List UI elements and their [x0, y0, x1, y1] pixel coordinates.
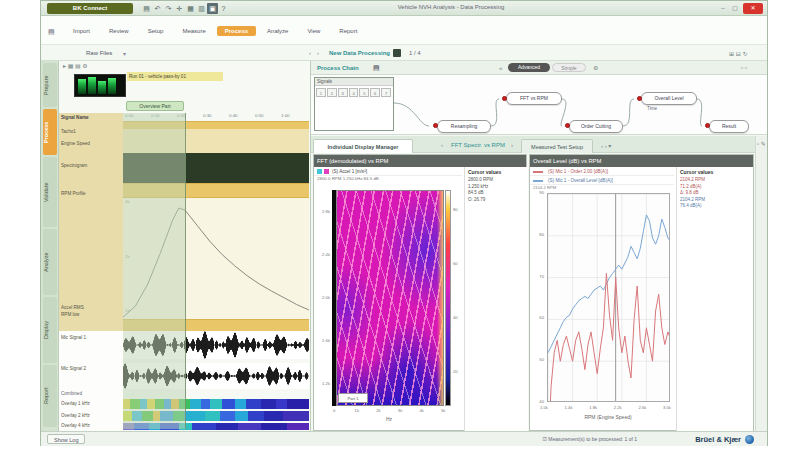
tab-review[interactable]: Review [101, 26, 137, 36]
node-overall-level[interactable]: Overall Level [641, 92, 697, 105]
listbox-cell[interactable]: 2 [327, 88, 337, 97]
tick-label: 1.8k [589, 405, 597, 410]
tick-label: 40 [453, 315, 458, 320]
sidetab-validate[interactable]: Validate [43, 157, 57, 227]
signal-listbox[interactable]: Signals 1 2 3 4 5 6 7 [314, 77, 394, 131]
node-resampling[interactable]: Resampling [437, 120, 491, 133]
tick-label: 1k [355, 408, 359, 413]
display-nav-value[interactable]: FFT Spectr. vs RPM [451, 142, 505, 148]
spectrogram-title[interactable]: FFT (demodulated) vs RPM [314, 155, 526, 167]
node-input-dot[interactable] [433, 123, 438, 128]
listbox-cell[interactable]: 5 [359, 88, 369, 97]
toggle-advanced[interactable]: Advanced [508, 63, 550, 72]
cursor-values-header: Cursor values [680, 169, 750, 175]
sidetab-prepare[interactable]: Prepare [43, 63, 57, 107]
cursor-value-blue: 76.4 dB(A) [680, 203, 750, 210]
undo-icon[interactable]: ↶ [152, 3, 163, 14]
redo-icon[interactable]: ↷ [163, 3, 174, 14]
tab-view[interactable]: View [299, 26, 328, 36]
pan-icon[interactable]: ✛ [174, 3, 185, 14]
node-input-dot[interactable] [565, 123, 570, 128]
row-label: Engine Speed [61, 141, 121, 146]
tab-setup[interactable]: Setup [140, 26, 172, 36]
file-menu-icon[interactable]: ▤ [48, 28, 55, 36]
row-label: Mic Signal 2 [61, 366, 121, 371]
node-result[interactable]: Result [709, 120, 749, 133]
nav-back-icon[interactable]: ‹ [309, 50, 311, 56]
display-nav-back[interactable]: ‹ [441, 142, 443, 148]
listbox-cell[interactable]: 7 [381, 88, 391, 97]
node-fft-vs-rpm[interactable]: FFT vs RPM [506, 92, 562, 105]
tab-measured-test-setup[interactable]: Measured Test Setup [521, 139, 593, 153]
sidetab-display[interactable]: Display [43, 297, 57, 363]
close-button[interactable]: ✕ [743, 3, 763, 14]
minimize-button[interactable]: – [717, 4, 729, 14]
nav-fwd-icon[interactable]: › [317, 50, 319, 56]
time-header: 0:30 [203, 113, 212, 118]
display-small-controls[interactable]: ‹ › ▾ [601, 142, 611, 149]
new-file-icon[interactable]: ▤ [141, 3, 152, 14]
tab-import[interactable]: Import [65, 26, 98, 36]
listbox-cell[interactable]: 6 [370, 88, 380, 97]
tick-label: 2.4k [316, 252, 330, 257]
line-plot-area[interactable] [547, 193, 670, 402]
pin-icon[interactable]: ▾ [123, 50, 126, 57]
new-data-processing-link[interactable]: New Data Processing [329, 50, 390, 56]
tick-label: 2.0k [316, 295, 330, 300]
display-nav-fwd[interactable]: › [511, 142, 513, 148]
spectrogram-plot[interactable] [336, 190, 444, 406]
show-log-button[interactable]: Show Log [47, 434, 85, 444]
listbox-cell[interactable]: 1 [316, 88, 326, 97]
cursor-value: O: 26.79 [468, 197, 525, 204]
active-tool-icon[interactable]: ▣ [207, 3, 218, 14]
tab-analyze[interactable]: Analyze [259, 26, 296, 36]
run-label: Run 01 - vehicle pass-by 01 [127, 72, 223, 81]
tick-label: 1.2k [316, 381, 330, 386]
panel-window-icons[interactable]: ▫ ▫ [741, 65, 747, 71]
strip-icons[interactable]: ▫ ✎ [756, 140, 767, 147]
node-input-dot[interactable] [705, 123, 710, 128]
overview-part-chip[interactable]: Overview Part [126, 101, 184, 111]
grid-icon[interactable]: ▥ [196, 3, 207, 14]
tick-label: 1.4k [565, 405, 573, 410]
meter-bar [78, 79, 86, 94]
cursor-values-header: Cursor values [468, 169, 525, 175]
listbox-cells: 1 2 3 4 5 6 7 [316, 88, 392, 97]
part-overlay-label: Part 1 [338, 393, 368, 403]
listbox-cell[interactable]: 3 [338, 88, 348, 97]
legend-text: (S) Mic 1 - Order 2.00 [dB(A)] [548, 169, 608, 174]
tick-label: 2k [376, 408, 380, 413]
node-order-cutting[interactable]: Order Cutting [569, 120, 623, 133]
task-icon[interactable] [393, 49, 401, 57]
legend-swatch-cyan [317, 169, 322, 174]
tab-process[interactable]: Process [217, 26, 256, 36]
time-selection-region[interactable] [123, 113, 186, 429]
sidetab-process[interactable]: Process [43, 109, 57, 155]
pager[interactable]: 1 / 4 [409, 50, 421, 56]
level-chart-title[interactable]: Overall Level (dB) vs RPM [530, 155, 753, 167]
tab-individual-display-manager[interactable]: Individual Display Manager [313, 139, 413, 153]
app-logo[interactable]: BK Connect [47, 3, 133, 14]
collapse-icon[interactable]: « [499, 65, 502, 71]
time-header: 1:00 [281, 113, 290, 118]
tab-report[interactable]: Report [331, 26, 365, 36]
toggle-simple[interactable]: Simple [552, 63, 586, 72]
node-input-dot[interactable] [637, 96, 642, 101]
gear-icon[interactable]: ⚙ [593, 64, 598, 71]
layout-icon[interactable]: ▦ [185, 3, 196, 14]
meter-bar [88, 77, 96, 94]
cursor-readout: 2104.2 RPM [530, 185, 674, 192]
document-icon[interactable]: ▤ [373, 64, 380, 72]
sidetab-report[interactable]: Report [43, 365, 57, 427]
tick-label: 2.6k [638, 405, 646, 410]
listbox-cell[interactable]: 4 [349, 88, 359, 97]
raw-files-label[interactable]: Raw Files [86, 50, 112, 56]
panel-mini-toolbar[interactable]: ▸ ▦ ▤ ⚙ [63, 62, 88, 69]
tick-label: 40 [530, 399, 544, 404]
subbar-right-icons[interactable]: ⊞ ⊟ ↻ [729, 50, 747, 57]
sidetab-analyze[interactable]: Analyze [43, 229, 57, 295]
node-input-dot[interactable] [502, 96, 507, 101]
tab-measure[interactable]: Measure [174, 26, 213, 36]
help-icon[interactable]: ? [218, 3, 229, 14]
maximize-button[interactable]: ▢ [729, 4, 741, 14]
